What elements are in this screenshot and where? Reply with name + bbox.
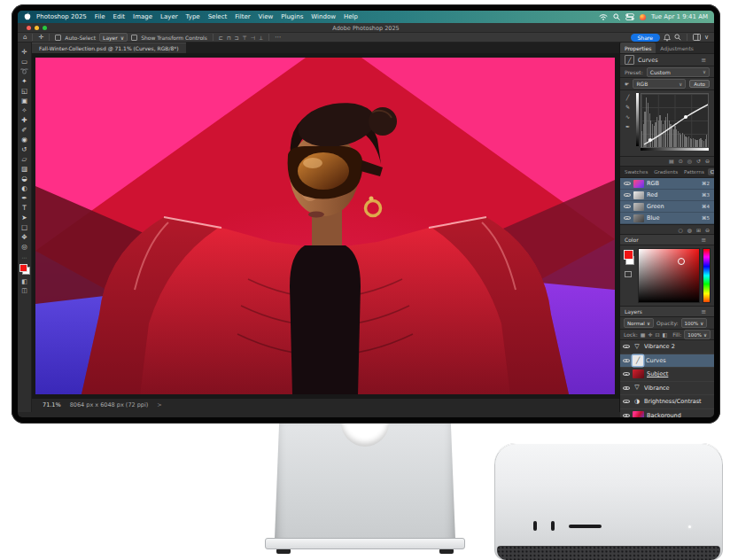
channel-thumbnail[interactable] xyxy=(633,214,644,222)
notifications-bell-icon[interactable] xyxy=(664,34,671,42)
panel-menu-icon[interactable]: ≡ xyxy=(701,308,710,315)
lock-image-icon[interactable]: ⊡ xyxy=(655,332,659,338)
layer-thumbnail[interactable] xyxy=(633,411,644,417)
foreground-color-swatch[interactable] xyxy=(19,264,27,272)
distribute-bottom-icon[interactable]: ⊥ xyxy=(259,35,263,41)
channel-row[interactable]: RGB ⌘2 xyxy=(620,178,714,190)
menu-item[interactable]: Help xyxy=(344,13,358,20)
panel-tab[interactable]: Properties xyxy=(620,43,656,53)
new-channel-icon[interactable]: ⊞ xyxy=(696,227,701,233)
channel-thumbnail[interactable] xyxy=(633,203,644,211)
layer-name[interactable]: Curves xyxy=(646,357,712,364)
visibility-eye-icon[interactable] xyxy=(623,203,631,211)
layer-row[interactable]: ▽ Vibrance xyxy=(620,382,714,396)
clip-to-layer-icon[interactable]: ▤ xyxy=(669,159,674,164)
menu-item[interactable]: Select xyxy=(208,13,228,20)
spotlight-search-icon[interactable] xyxy=(613,13,620,20)
brush-tool[interactable]: ✐ xyxy=(19,125,30,135)
auto-button[interactable]: Auto xyxy=(689,80,710,88)
panel-menu-icon[interactable]: ≡ xyxy=(701,57,710,64)
layer-row[interactable]: ╱ Curves xyxy=(620,354,714,369)
color-picker-ring[interactable] xyxy=(678,258,685,265)
smooth-curve-icon[interactable]: ∿ xyxy=(625,114,630,120)
save-selection-icon[interactable]: ◍ xyxy=(687,227,692,233)
quick-selection-tool[interactable]: ✦ xyxy=(19,76,30,86)
lock-all-icon[interactable]: ◧ xyxy=(662,332,667,338)
visibility-eye-icon[interactable] xyxy=(622,411,630,417)
load-selection-icon[interactable]: ○ xyxy=(678,227,682,233)
targeted-adjustment-icon[interactable]: ☛ xyxy=(625,81,629,87)
frame-tool[interactable]: ▣ xyxy=(19,96,30,105)
hue-slider[interactable] xyxy=(703,248,711,303)
align-right-icon[interactable]: ⊐ xyxy=(235,35,239,41)
edit-toolbar-icon[interactable]: ⋯ xyxy=(22,254,27,261)
visibility-eye-icon[interactable] xyxy=(622,384,630,392)
visibility-eye-icon[interactable] xyxy=(622,356,630,364)
visibility-eye-icon[interactable] xyxy=(623,180,631,188)
channel-thumbnail[interactable] xyxy=(633,191,644,199)
curves-grid[interactable] xyxy=(641,93,709,148)
gradient-tool[interactable]: ▨ xyxy=(19,164,30,174)
saturation-brightness-field[interactable] xyxy=(638,248,700,303)
visibility-eye-icon[interactable] xyxy=(623,191,631,199)
wifi-icon[interactable] xyxy=(599,13,608,20)
curves-editor[interactable]: ╱✎∿✒ xyxy=(620,90,714,156)
panel-tab[interactable]: Patterns xyxy=(681,168,707,175)
visibility-eye-icon[interactable] xyxy=(622,343,630,351)
layer-name[interactable]: Vibrance 2 xyxy=(644,343,712,350)
delete-channel-icon[interactable]: ⊖ xyxy=(705,227,710,233)
dodge-tool[interactable]: ◐ xyxy=(19,183,30,193)
visibility-eye-icon[interactable] xyxy=(622,370,630,378)
layer-name[interactable]: Brightness/Contrast xyxy=(644,398,712,405)
lock-position-icon[interactable]: ✛ xyxy=(648,332,652,338)
show-transform-checkbox[interactable] xyxy=(131,35,137,41)
fill-dropdown[interactable]: 100% ∨ xyxy=(684,330,711,339)
healing-brush-tool[interactable]: ✚ xyxy=(19,115,30,125)
align-center-icon[interactable]: ⊓ xyxy=(227,35,231,41)
type-tool[interactable]: T xyxy=(19,203,30,213)
channel-row[interactable]: Red ⌘3 xyxy=(620,190,714,201)
preset-dropdown[interactable]: Custom ∨ xyxy=(647,67,710,77)
zoom-tool[interactable]: ◎ xyxy=(19,242,30,252)
chevron-down-icon[interactable]: ∨ xyxy=(704,35,709,41)
channel-row[interactable]: Blue ⌘5 xyxy=(620,213,714,224)
menu-item[interactable]: Plugins xyxy=(281,13,303,20)
visibility-eye-icon[interactable] xyxy=(623,214,631,222)
reset-icon[interactable]: ↺ xyxy=(696,159,701,164)
distribute-top-icon[interactable]: ⊤ xyxy=(243,35,247,41)
marquee-tool[interactable]: ▭ xyxy=(19,57,30,66)
clone-stamp-tool[interactable]: ◉ xyxy=(19,135,30,144)
opacity-dropdown[interactable]: 100% ∨ xyxy=(681,318,708,328)
panel-tab[interactable]: Channels xyxy=(708,168,714,175)
eyedropper-tool[interactable]: ✧ xyxy=(19,105,30,115)
share-button[interactable]: Share xyxy=(631,34,660,42)
layer-thumbnail[interactable]: ╱ xyxy=(633,355,643,366)
lasso-tool[interactable]: ➰ xyxy=(19,66,30,76)
canvas[interactable] xyxy=(32,53,619,399)
layer-thumbnail[interactable] xyxy=(633,369,644,378)
menu-item[interactable]: Photoshop 2025 xyxy=(36,13,87,20)
crop-tool[interactable]: ◱ xyxy=(19,86,30,96)
layer-row[interactable]: Subject xyxy=(620,368,714,382)
hand-tool[interactable]: ✥ xyxy=(19,232,30,242)
auto-select-target-dropdown[interactable]: Layer ∨ xyxy=(99,33,128,42)
zoom-level-field[interactable]: 71.1% xyxy=(43,401,61,408)
layer-row[interactable]: ▽ Vibrance 2 xyxy=(620,340,714,354)
pencil-icon[interactable]: ✎ xyxy=(625,105,630,110)
menu-item[interactable]: Layer xyxy=(160,13,178,20)
lock-transparency-icon[interactable]: ▦ xyxy=(641,332,646,338)
menu-item[interactable]: File xyxy=(95,13,105,20)
align-left-icon[interactable]: ⊏ xyxy=(219,35,223,41)
menu-item[interactable]: Image xyxy=(133,13,152,20)
path-selection-tool[interactable]: ➤ xyxy=(19,213,30,222)
blend-mode-dropdown[interactable]: Normal ∨ xyxy=(624,318,654,328)
quick-mask-icon[interactable]: ◧ xyxy=(21,278,27,285)
menu-extra-icon[interactable] xyxy=(640,14,646,20)
panel-tab[interactable]: Gradients xyxy=(651,168,680,175)
apple-logo-icon[interactable] xyxy=(24,12,31,21)
layer-name[interactable]: Subject xyxy=(647,370,712,377)
blur-tool[interactable]: ◒ xyxy=(19,174,30,183)
black-point-eyedropper-icon[interactable]: ✒ xyxy=(625,124,630,129)
search-icon[interactable] xyxy=(674,34,681,41)
layer-name[interactable]: Vibrance xyxy=(644,385,712,392)
